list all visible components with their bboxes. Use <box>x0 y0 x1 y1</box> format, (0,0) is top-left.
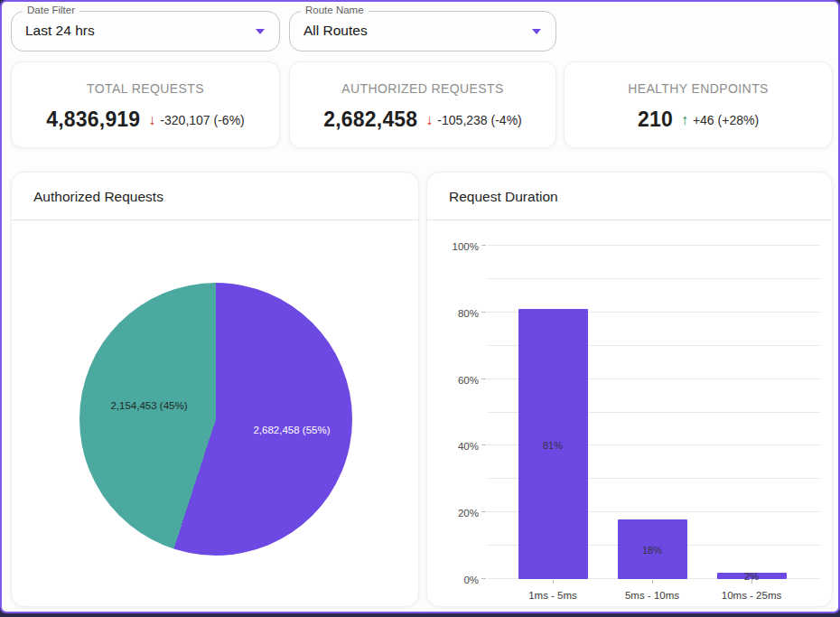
stat-row: 2,682,458 ↓ -105,238 (-4%) <box>323 108 522 132</box>
request-duration-panel: Request Duration 0%20%40%60%80%100%81%1m… <box>426 172 833 607</box>
trend-up-icon: ↑ <box>681 112 688 128</box>
trend-down-icon: ↓ <box>148 112 155 128</box>
stat-value: 210 <box>638 108 673 132</box>
chevron-down-icon <box>532 29 541 34</box>
stat-value: 4,836,919 <box>46 108 140 132</box>
stat-delta: +46 (+28%) <box>693 113 759 127</box>
date-filter-value: Last 24 hrs <box>25 23 95 39</box>
y-axis-tick <box>481 444 486 445</box>
date-filter-label: Date Filter <box>23 5 79 15</box>
y-axis-tick <box>481 245 486 246</box>
stat-delta: -320,107 (-6%) <box>160 113 244 127</box>
x-axis-tick <box>652 580 653 584</box>
stat-card-total-requests: TOTAL REQUESTS 4,836,919 ↓ -320,107 (-6%… <box>11 61 280 148</box>
x-axis-category-label: 5ms - 10ms <box>602 590 702 601</box>
x-axis-tick <box>553 580 554 584</box>
y-axis-tick-label: 60% <box>428 375 479 386</box>
bar-chart[interactable]: 0%20%40%60%80%100%81%1ms - 5ms18%5ms - 1… <box>488 246 820 579</box>
route-name-value: All Routes <box>303 23 368 39</box>
x-axis-category-label: 10ms - 25ms <box>702 590 801 601</box>
stat-delta: -105,238 (-4%) <box>437 113 521 127</box>
y-axis-tick <box>481 379 486 379</box>
pie-slice-label-unauthorized: 2,154,453 (45%) <box>86 400 212 411</box>
x-axis-tick <box>751 580 752 584</box>
pie-chart[interactable] <box>79 283 352 556</box>
trend-down-icon: ↓ <box>425 112 433 128</box>
y-axis-tick <box>481 578 486 579</box>
stat-row: 4,836,919 ↓ -320,107 (-6%) <box>46 108 245 132</box>
stat-card-authorized-requests: AUTHORIZED REQUESTS 2,682,458 ↓ -105,238… <box>289 61 556 148</box>
y-axis-tick-label: 0% <box>428 575 479 585</box>
pie-slice-label-authorized: 2,682,458 (55%) <box>229 425 355 435</box>
date-filter-select[interactable]: Date Filter Last 24 hrs <box>11 11 280 51</box>
stat-row: 210 ↑ +46 (+28%) <box>638 108 759 132</box>
authorized-requests-panel: Authorized Requests 2,154,453 (45%) 2,68… <box>11 172 419 607</box>
y-axis-tick-label: 100% <box>428 241 479 252</box>
y-axis-tick-label: 80% <box>428 308 479 319</box>
y-axis-tick-label: 20% <box>428 508 479 519</box>
stat-title: HEALTHY ENDPOINTS <box>628 81 769 96</box>
gridline <box>488 278 820 279</box>
stat-title: AUTHORIZED REQUESTS <box>341 81 504 96</box>
chevron-down-icon <box>256 29 265 34</box>
route-name-select[interactable]: Route Name All Routes <box>289 11 556 51</box>
dashboard-page: Date Filter Last 24 hrs Route Name All R… <box>0 0 840 613</box>
gridline <box>488 245 820 246</box>
bar-value-label: 81% <box>526 440 580 451</box>
y-axis-tick <box>481 511 486 512</box>
y-axis-tick <box>481 312 486 313</box>
stat-title: TOTAL REQUESTS <box>87 81 204 96</box>
y-axis-tick-label: 40% <box>428 441 479 452</box>
bar-value-label: 18% <box>625 545 679 556</box>
panel-title: Request Duration <box>427 173 832 220</box>
stat-value: 2,682,458 <box>323 108 417 132</box>
stat-card-healthy-endpoints: HEALTHY ENDPOINTS 210 ↑ +46 (+28%) <box>564 61 833 148</box>
x-axis-category-label: 1ms - 5ms <box>503 590 602 601</box>
panel-title: Authorized Requests <box>12 173 418 220</box>
route-name-label: Route Name <box>301 5 369 15</box>
